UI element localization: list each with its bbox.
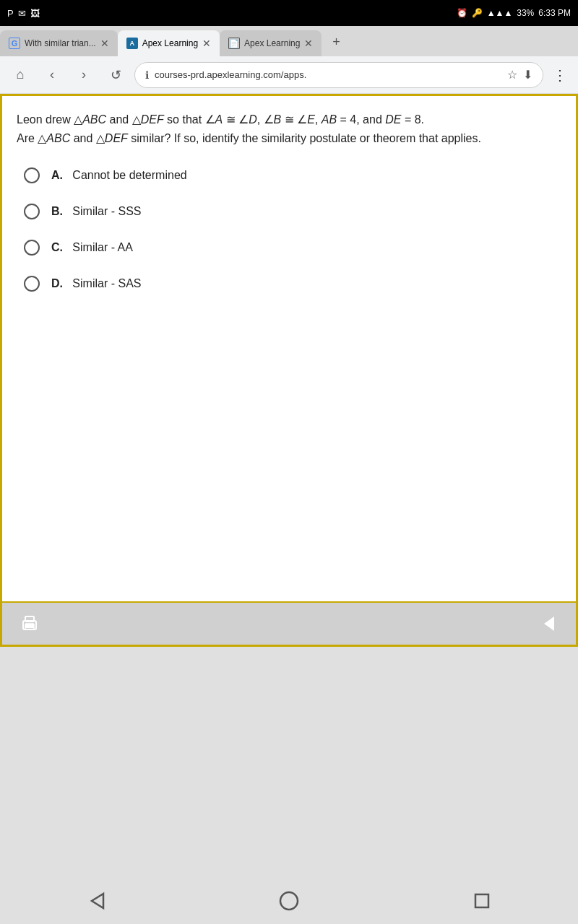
android-back-button[interactable] (78, 883, 114, 919)
option-c[interactable]: C. Similar - AA (24, 240, 561, 256)
tab-apex2-label: Apex Learning (244, 38, 300, 48)
option-d-label: D. Similar - SAS (51, 277, 141, 290)
android-home-icon (276, 888, 302, 914)
google-tab-icon: G (9, 38, 20, 49)
download-icon[interactable]: ⬇ (523, 68, 532, 82)
android-nav-bar (0, 877, 578, 924)
svg-rect-7 (475, 894, 488, 907)
svg-marker-4 (544, 616, 554, 631)
refresh-button[interactable]: ↺ (103, 62, 129, 88)
bookmark-icon[interactable]: ☆ (507, 68, 517, 82)
clock: 6:33 PM (538, 8, 571, 18)
more-options-button[interactable]: ⋮ (549, 62, 571, 88)
apex1-tab-icon: A (126, 38, 138, 49)
tab-google-label: With similar trian... (25, 38, 96, 48)
android-recents-icon (469, 888, 495, 914)
alarm-icon: ⏰ (457, 8, 467, 18)
apex2-tab-icon: 📄 (228, 38, 240, 49)
radio-a[interactable] (24, 167, 40, 183)
tab-apex2[interactable]: 📄 Apex Learning ✕ (220, 30, 322, 56)
tab-apex1-label: Apex Learning (142, 38, 198, 48)
android-recents-button[interactable] (464, 883, 500, 919)
radio-c[interactable] (24, 240, 40, 256)
option-a[interactable]: A. Cannot be determined (24, 167, 561, 183)
tab-google[interactable]: G With similar trian... ✕ (0, 30, 118, 56)
vpn-icon: 🔑 (472, 8, 483, 18)
address-bar[interactable]: ℹ courses-prd.apexlearning.com/apps. ☆ ⬇ (134, 62, 543, 88)
pocket-icon: P (7, 8, 14, 19)
option-b-label: B. Similar - SSS (51, 205, 141, 218)
printer-icon (20, 614, 40, 634)
info-icon: ℹ (145, 69, 149, 81)
new-tab-button[interactable]: + (323, 30, 349, 56)
left-arrow-icon (538, 614, 558, 634)
tab-apex1-close[interactable]: ✕ (202, 38, 211, 49)
back-button[interactable]: ‹ (39, 62, 65, 88)
svg-rect-1 (25, 624, 34, 628)
svg-point-6 (280, 892, 298, 910)
status-right-info: ⏰ 🔑 ▲▲▲ 33% 6:33 PM (457, 8, 571, 18)
option-b[interactable]: B. Similar - SSS (24, 204, 561, 219)
bottom-toolbar (2, 601, 576, 645)
navigation-bar: ⌂ ‹ › ↺ ℹ courses-prd.apexlearning.com/a… (0, 56, 578, 94)
status-bar: P ✉ 🖼 ⏰ 🔑 ▲▲▲ 33% 6:33 PM (0, 0, 578, 26)
image-icon: 🖼 (30, 8, 40, 19)
tab-google-close[interactable]: ✕ (100, 38, 109, 49)
question-text: Leon drew △ABC and △DEF so that ∠A ≅ ∠D,… (17, 110, 561, 147)
tab-apex2-close[interactable]: ✕ (304, 38, 313, 49)
radio-b[interactable] (24, 204, 40, 219)
content-area: Leon drew △ABC and △DEF so that ∠A ≅ ∠D,… (0, 94, 578, 647)
signal-bars: ▲▲▲ (487, 8, 513, 18)
radio-d[interactable] (24, 276, 40, 292)
back-arrow-button[interactable] (532, 608, 564, 640)
answer-options: A. Cannot be determined B. Similar - SSS… (24, 167, 561, 292)
svg-marker-5 (92, 894, 103, 908)
android-home-button[interactable] (271, 883, 307, 919)
forward-button[interactable]: › (71, 62, 97, 88)
address-text: courses-prd.apexlearning.com/apps. (155, 69, 501, 80)
mail-icon: ✉ (18, 8, 26, 19)
tab-apex1[interactable]: A Apex Learning ✕ (118, 30, 220, 56)
home-button[interactable]: ⌂ (7, 62, 33, 88)
gray-section (0, 647, 578, 860)
android-back-icon (83, 888, 109, 914)
option-c-label: C. Similar - AA (51, 241, 133, 254)
tabs-row: G With similar trian... ✕ A Apex Learnin… (0, 26, 578, 56)
status-left-icons: P ✉ 🖼 (7, 8, 40, 19)
option-a-label: A. Cannot be determined (51, 169, 187, 182)
option-d[interactable]: D. Similar - SAS (24, 276, 561, 292)
battery-percent: 33% (517, 8, 534, 18)
print-button[interactable] (14, 608, 46, 640)
question-container: Leon drew △ABC and △DEF so that ∠A ≅ ∠D,… (2, 96, 576, 601)
